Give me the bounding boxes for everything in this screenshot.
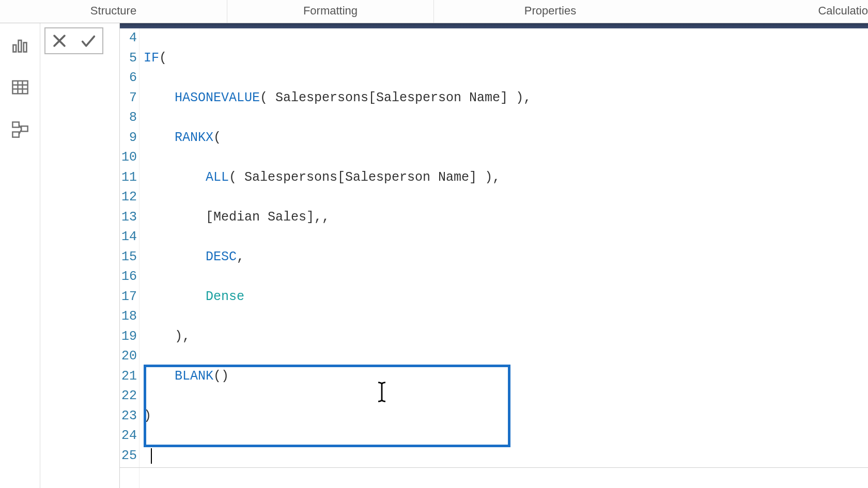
line-number: 19 — [120, 327, 137, 347]
line-number: 23 — [120, 406, 137, 427]
svg-rect-2 — [23, 43, 26, 52]
line-number: 24 — [120, 426, 137, 446]
line-number: 25 — [120, 446, 137, 466]
svg-rect-8 — [12, 122, 19, 127]
svg-rect-9 — [21, 126, 27, 131]
svg-rect-1 — [18, 40, 21, 52]
line-number: 17 — [120, 287, 137, 307]
line-number: 9 — [120, 128, 137, 148]
tab-formatting[interactable]: Formatting — [227, 0, 434, 23]
line-gutter: 45678910111213141516171819202122232425 — [120, 28, 140, 488]
line-number: 21 — [120, 367, 137, 387]
tab-calculations[interactable]: Calculatio — [667, 0, 868, 23]
tab-properties[interactable]: Properties — [434, 0, 667, 23]
formula-action-box — [44, 27, 103, 54]
line-number: 6 — [120, 68, 137, 88]
line-number: 10 — [120, 148, 137, 168]
view-rail — [0, 23, 40, 488]
line-number: 7 — [120, 88, 137, 108]
line-number: 13 — [120, 208, 137, 228]
line-number: 22 — [120, 386, 137, 406]
tab-structure[interactable]: Structure — [0, 0, 227, 23]
svg-rect-10 — [12, 132, 19, 137]
commit-button[interactable] — [80, 32, 97, 50]
line-number: 4 — [120, 28, 137, 49]
line-number: 18 — [120, 307, 137, 327]
report-view-icon[interactable] — [10, 35, 30, 55]
svg-rect-0 — [13, 45, 16, 52]
line-number: 11 — [120, 168, 137, 188]
ribbon-tabs: Structure Formatting Properties Calculat… — [0, 0, 868, 23]
data-view-icon[interactable] — [10, 77, 30, 98]
cancel-button[interactable] — [51, 32, 68, 50]
line-number: 8 — [120, 108, 137, 128]
line-number: 5 — [120, 49, 137, 69]
line-number: 14 — [120, 227, 137, 247]
svg-rect-3 — [12, 81, 27, 94]
line-number: 15 — [120, 247, 137, 267]
editor-top-sliver — [120, 23, 868, 28]
model-view-icon[interactable] — [10, 119, 30, 140]
editor-bottom-border — [120, 467, 868, 468]
line-number: 20 — [120, 347, 137, 367]
dax-editor[interactable]: 45678910111213141516171819202122232425 I… — [119, 23, 868, 488]
code-area[interactable]: IF( HASONEVALUE( Salespersons[Salesperso… — [140, 28, 531, 488]
line-number: 12 — [120, 187, 137, 208]
line-number: 16 — [120, 267, 137, 287]
